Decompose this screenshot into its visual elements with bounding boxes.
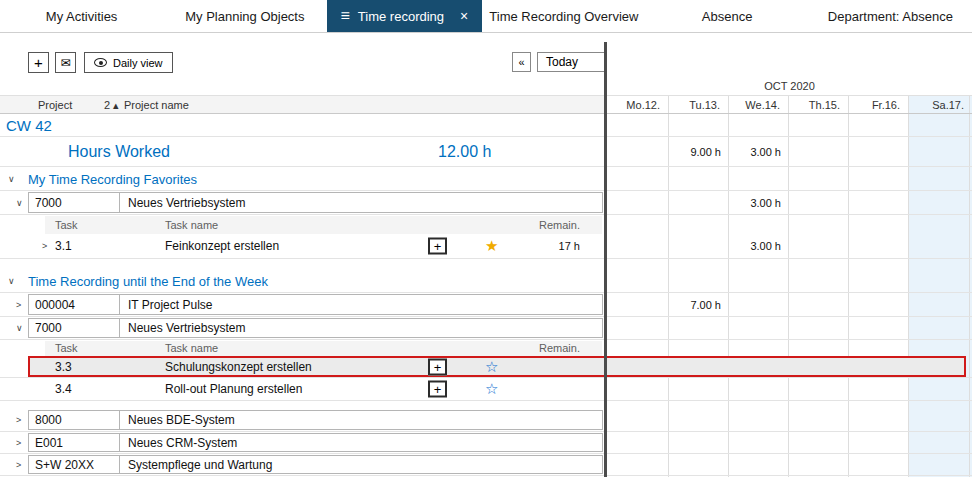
- project-name: Systempflege und Wartung: [120, 455, 603, 474]
- day-cell[interactable]: [728, 432, 788, 453]
- project-row[interactable]: ∨ 7000 Neues Vertriebsystem 3.00 h: [0, 191, 972, 215]
- day-cell[interactable]: [788, 356, 848, 377]
- chevron-right-icon[interactable]: >: [16, 460, 21, 470]
- chevron-right-icon[interactable]: >: [42, 241, 47, 251]
- day-cell[interactable]: [607, 409, 668, 431]
- day-cell[interactable]: [848, 454, 908, 475]
- day-cell[interactable]: [848, 234, 908, 258]
- day-cell[interactable]: [908, 191, 972, 214]
- favorite-star-icon[interactable]: ★: [485, 237, 498, 255]
- day-cell[interactable]: [668, 454, 728, 475]
- day-cell[interactable]: [607, 378, 668, 400]
- chevron-right-icon[interactable]: >: [16, 415, 21, 425]
- day-cell[interactable]: [607, 432, 668, 453]
- close-tab-icon[interactable]: ×: [460, 9, 468, 23]
- column-header-project[interactable]: Project: [38, 99, 72, 111]
- remaining-hours: 17 h: [500, 240, 580, 252]
- favorite-star-outline-icon[interactable]: ☆: [485, 358, 498, 376]
- day-cell[interactable]: [668, 317, 728, 339]
- day-cell[interactable]: [788, 317, 848, 339]
- day-cell[interactable]: [848, 378, 908, 400]
- day-cell[interactable]: [788, 378, 848, 400]
- day-cell[interactable]: [788, 409, 848, 431]
- day-cell[interactable]: [668, 356, 728, 377]
- chevron-down-icon[interactable]: ∨: [8, 174, 15, 184]
- day-cell[interactable]: [788, 234, 848, 258]
- hamburger-menu-icon[interactable]: ≡: [341, 8, 350, 24]
- add-time-entry-button[interactable]: +: [428, 381, 447, 398]
- day-cell[interactable]: [728, 378, 788, 400]
- day-cell[interactable]: [607, 454, 668, 475]
- today-button[interactable]: Today: [537, 52, 605, 72]
- day-cell[interactable]: [848, 191, 908, 214]
- day-cell[interactable]: [668, 409, 728, 431]
- project-row[interactable]: > E001 Neues CRM-System: [0, 432, 972, 454]
- tab-my-planning-objects[interactable]: My Planning Objects: [163, 0, 326, 32]
- fixed-pane-divider[interactable]: [604, 42, 607, 477]
- day-cell[interactable]: [668, 234, 728, 258]
- day-cell[interactable]: [908, 432, 972, 453]
- previous-week-button[interactable]: «: [512, 52, 531, 72]
- day-cell[interactable]: [728, 409, 788, 431]
- day-cell[interactable]: [848, 317, 908, 339]
- day-cell[interactable]: [848, 409, 908, 431]
- day-cell[interactable]: [607, 191, 668, 214]
- project-row[interactable]: > 000004 IT Project Pulse 7.00 h: [0, 293, 972, 317]
- day-cell[interactable]: [788, 191, 848, 214]
- day-cell[interactable]: [908, 234, 972, 258]
- section-favorites[interactable]: ∨ My Time Recording Favorites: [0, 167, 972, 191]
- day-cell[interactable]: [908, 454, 972, 475]
- section-week-end[interactable]: ∨ Time Recording until the End of the We…: [0, 269, 972, 293]
- mail-button[interactable]: ✉: [55, 52, 76, 73]
- day-cell[interactable]: [848, 356, 908, 377]
- day-cell[interactable]: [908, 317, 972, 339]
- day-cell[interactable]: [728, 356, 788, 377]
- day-cell[interactable]: [908, 378, 972, 400]
- project-row[interactable]: > S+W 20XX Systempflege und Wartung: [0, 454, 972, 476]
- task-row-selected[interactable]: 3.3 Schulungskonzept erstellen + ☆: [0, 356, 972, 378]
- day-cell[interactable]: 3.00 h: [728, 234, 788, 258]
- day-cell[interactable]: [728, 317, 788, 339]
- tab-time-recording-overview[interactable]: Time Recording Overview: [482, 0, 645, 32]
- day-cell[interactable]: [848, 293, 908, 316]
- project-row[interactable]: ∨ 7000 Neues Vertriebsystem: [0, 317, 972, 340]
- day-cell[interactable]: [607, 234, 668, 258]
- day-cell[interactable]: [908, 409, 972, 431]
- day-cell[interactable]: [908, 356, 972, 377]
- chevron-right-icon[interactable]: >: [16, 438, 21, 448]
- day-cell[interactable]: [728, 454, 788, 475]
- chevron-down-icon[interactable]: ∨: [8, 276, 15, 286]
- add-button[interactable]: +: [28, 52, 49, 73]
- tab-absence[interactable]: Absence: [646, 0, 809, 32]
- add-time-entry-button[interactable]: +: [428, 358, 447, 375]
- sort-indicator[interactable]: 2: [104, 99, 110, 111]
- day-cell[interactable]: [668, 432, 728, 453]
- day-cell[interactable]: [728, 293, 788, 316]
- day-cell[interactable]: [607, 356, 668, 377]
- day-cell[interactable]: [908, 293, 972, 316]
- day-cell[interactable]: 7.00 h: [668, 293, 728, 316]
- column-header-project-name[interactable]: Project name: [124, 99, 189, 111]
- task-row[interactable]: > 3.1 Feinkonzept erstellen + ★ 17 h 3.0…: [0, 234, 972, 259]
- project-row[interactable]: > 8000 Neues BDE-System: [0, 409, 972, 432]
- day-cell[interactable]: [607, 317, 668, 339]
- tab-time-recording[interactable]: ≡ Time recording ×: [327, 0, 483, 32]
- day-cell[interactable]: [788, 432, 848, 453]
- favorite-star-outline-icon[interactable]: ☆: [485, 380, 498, 398]
- add-time-entry-button[interactable]: +: [428, 238, 447, 255]
- task-row[interactable]: 3.4 Roll-out Planung erstellen + ☆: [0, 378, 972, 401]
- section-spacer: [0, 401, 972, 409]
- daily-view-button[interactable]: Daily view: [84, 52, 173, 73]
- chevron-down-icon[interactable]: ∨: [16, 323, 23, 333]
- day-cell[interactable]: [788, 293, 848, 316]
- chevron-down-icon[interactable]: ∨: [16, 198, 23, 208]
- day-cell[interactable]: [788, 454, 848, 475]
- day-cell[interactable]: [607, 293, 668, 316]
- tab-department-absence[interactable]: Department: Absence: [809, 0, 972, 32]
- day-cell[interactable]: [668, 378, 728, 400]
- chevron-right-icon[interactable]: >: [16, 300, 21, 310]
- day-cell[interactable]: 3.00 h: [728, 191, 788, 214]
- day-cell[interactable]: [668, 191, 728, 214]
- tab-my-activities[interactable]: My Activities: [0, 0, 163, 32]
- day-cell[interactable]: [848, 432, 908, 453]
